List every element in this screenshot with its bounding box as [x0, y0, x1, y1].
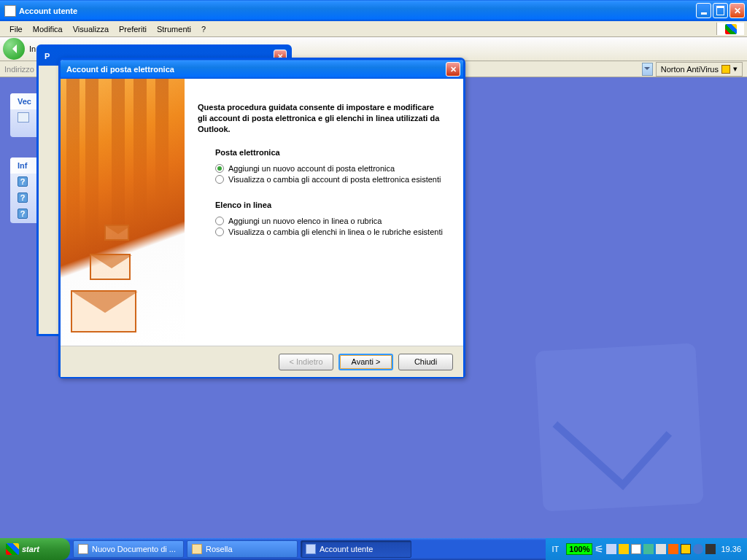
tray-icon[interactable]: [668, 544, 678, 554]
radio-label: Visualizza o cambia gli elenchi in linea…: [228, 228, 443, 236]
titlebar[interactable]: Account utente: [0, 0, 747, 21]
radio-icon: [215, 175, 224, 184]
help-icon: ?: [18, 192, 28, 203]
system-tray: IT 100% ⚟ 19.36: [546, 538, 747, 560]
windows-logo-icon: [6, 543, 19, 555]
task-label: Nuovo Documento di ...: [92, 545, 176, 553]
tray-icon[interactable]: [705, 544, 716, 554]
control-panel-icon: [306, 544, 316, 554]
email-accounts-wizard: Account di posta elettronica Questa proc…: [58, 58, 465, 378]
menu-visualizza[interactable]: Visualizza: [68, 23, 114, 36]
radio-icon: [215, 228, 224, 236]
radio-view-directories[interactable]: Visualizza o cambia gli elenchi in linea…: [215, 228, 443, 236]
task-label: Account utente: [320, 545, 373, 553]
radio-icon: [215, 164, 224, 173]
document-icon: [78, 544, 88, 554]
tray-icon[interactable]: [631, 544, 641, 554]
norton-toolbar[interactable]: Norton AntiVirus ▾: [656, 62, 743, 77]
wizard-title: Account di posta elettronica: [66, 65, 174, 74]
help-icon: ?: [18, 176, 28, 187]
tray-icon[interactable]: [656, 544, 666, 554]
app-icon: [4, 5, 16, 17]
menu-strumenti[interactable]: Strumenti: [152, 23, 196, 36]
next-button[interactable]: Avanti >: [338, 354, 393, 370]
tray-icon[interactable]: [681, 544, 691, 554]
start-button[interactable]: start: [0, 538, 70, 560]
wizard-close-button[interactable]: [446, 62, 460, 77]
radio-icon: [215, 217, 224, 225]
taskbar-item-document[interactable]: Nuovo Documento di ...: [73, 540, 184, 558]
background-dialog-title: P: [44, 52, 50, 61]
wizard-body: Questa procedura guidata consente di imp…: [61, 79, 463, 346]
start-label: start: [22, 545, 39, 553]
radio-add-email-account[interactable]: Aggiungi un nuovo account di posta elett…: [215, 164, 443, 173]
power-plug-icon[interactable]: ⚟: [595, 543, 604, 555]
back-label-fragment: In: [29, 44, 36, 53]
wizard-footer: < Indietro Avanti > Chiudi: [61, 346, 463, 377]
tray-icon[interactable]: [693, 544, 703, 554]
wizard-sidebar-art: [61, 79, 185, 346]
minimize-button[interactable]: [696, 3, 711, 18]
control-panel-graphic: [535, 343, 703, 511]
envelope-icon: [104, 225, 129, 241]
wizard-titlebar[interactable]: Account di posta elettronica: [61, 60, 463, 79]
taskbar: start Nuovo Documento di ... Rosella Acc…: [0, 538, 747, 560]
norton-icon: [721, 65, 730, 74]
menubar: File Modifica Visualizza Preferiti Strum…: [0, 21, 747, 37]
clock[interactable]: 19.36: [721, 545, 741, 553]
help-icon: ?: [18, 209, 28, 219]
norton-label: Norton AntiVirus: [661, 65, 719, 74]
directory-section-header: Elenco in linea: [215, 201, 443, 209]
close-button[interactable]: [729, 3, 745, 18]
battery-indicator[interactable]: 100%: [566, 543, 592, 555]
mail-icon: [18, 112, 29, 122]
envelope-icon: [90, 254, 131, 280]
radio-label: Aggiungi un nuovo account di posta elett…: [228, 164, 395, 173]
back-button[interactable]: [3, 38, 25, 60]
address-dropdown-button[interactable]: [642, 63, 653, 76]
taskbar-item-folder[interactable]: Rosella: [187, 540, 298, 558]
maximize-button[interactable]: [713, 3, 728, 18]
menu-file[interactable]: File: [4, 23, 28, 36]
tray-icon[interactable]: [643, 544, 654, 554]
radio-view-email-accounts[interactable]: Visualizza o cambia gli account di posta…: [215, 175, 443, 184]
menu-preferiti[interactable]: Preferiti: [114, 23, 152, 36]
norton-dropdown-icon: ▾: [733, 64, 738, 74]
radio-label: Aggiungi un nuovo elenco in linea o rubr…: [228, 217, 382, 225]
tray-icon[interactable]: [619, 544, 629, 554]
menu-modifica[interactable]: Modifica: [28, 23, 68, 36]
language-indicator[interactable]: IT: [550, 544, 562, 554]
address-label: Indirizzo: [4, 65, 34, 74]
tray-icon[interactable]: [606, 544, 616, 554]
back-button: < Indietro: [279, 354, 333, 370]
taskbar-item-account-utente[interactable]: Account utente: [301, 540, 411, 558]
windows-flag-icon[interactable]: [716, 23, 744, 35]
radio-add-directory[interactable]: Aggiungi un nuovo elenco in linea o rubr…: [215, 217, 443, 225]
wizard-content: Questa procedura guidata consente di imp…: [185, 79, 463, 346]
wizard-description: Questa procedura guidata consente di imp…: [198, 102, 443, 135]
menu-help[interactable]: ?: [196, 23, 211, 36]
window-title: Account utente: [19, 7, 696, 15]
folder-icon: [192, 544, 202, 554]
email-section-header: Posta elettronica: [215, 148, 443, 157]
close-button[interactable]: Chiudi: [398, 354, 453, 370]
envelope-icon: [71, 290, 136, 332]
radio-label: Visualizza o cambia gli account di posta…: [228, 175, 441, 184]
task-label: Rosella: [206, 545, 233, 553]
